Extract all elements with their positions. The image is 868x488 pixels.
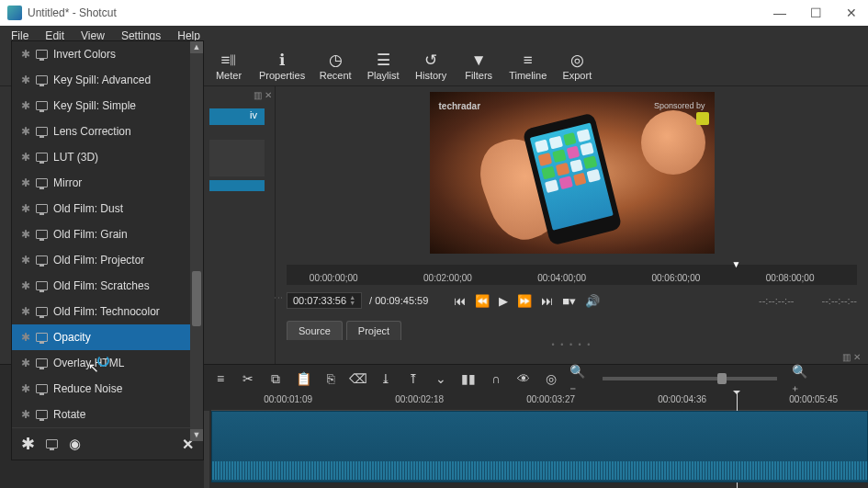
favorite-star-icon[interactable]: ✱ xyxy=(21,228,30,241)
tab-source[interactable]: Source xyxy=(287,321,343,340)
monitor-icon xyxy=(36,307,48,316)
favorite-star-icon[interactable]: ✱ xyxy=(21,305,30,318)
favorite-star-icon[interactable]: ✱ xyxy=(21,176,30,189)
toolbar-filters[interactable]: ▼Filters xyxy=(461,52,496,81)
close-button[interactable]: ✕ xyxy=(842,6,861,20)
playlist-item[interactable] xyxy=(209,140,265,176)
favorite-star-icon[interactable]: ✱ xyxy=(21,434,35,454)
filter-item-rotate[interactable]: ✱Rotate xyxy=(12,402,203,427)
fast-forward-icon[interactable]: ⏩ xyxy=(517,294,532,308)
favorite-star-icon[interactable]: ✱ xyxy=(21,125,30,138)
filter-item-old-film-scratches[interactable]: ✱Old Film: Scratches xyxy=(12,273,203,299)
filter-item-label: Mirror xyxy=(53,176,82,189)
filter-item-lut-3d-[interactable]: ✱LUT (3D) xyxy=(12,144,203,170)
copy-icon[interactable]: ⧉ xyxy=(266,369,285,388)
favorite-star-icon[interactable]: ✱ xyxy=(21,357,30,369)
favorite-star-icon[interactable]: ✱ xyxy=(21,254,30,267)
toolbar-recent[interactable]: ◷Recent xyxy=(318,52,353,81)
lift-icon[interactable]: ⤓ xyxy=(377,369,395,388)
filter-item-label: Invert Colors xyxy=(53,48,116,61)
toolbar-meter[interactable]: ≡⦀Meter xyxy=(211,52,246,81)
playlist-item-selected[interactable]: iv xyxy=(209,108,265,125)
ripple-icon[interactable]: ◎ xyxy=(542,369,560,388)
zoom-out-icon[interactable]: 🔍₋ xyxy=(569,369,588,388)
loop-icon[interactable]: ■▾ xyxy=(562,294,576,308)
volume-icon[interactable]: 🔊 xyxy=(585,294,600,308)
overwrite-icon[interactable]: ⤒ xyxy=(404,369,423,388)
scroll-up-icon[interactable]: ▲ xyxy=(190,41,203,53)
favorite-star-icon[interactable]: ✱ xyxy=(21,151,30,164)
scrub-icon[interactable]: 👁 xyxy=(514,369,533,388)
audio-filters-icon[interactable]: ◉ xyxy=(69,436,81,452)
zoom-in-icon[interactable]: 🔍₊ xyxy=(792,369,810,388)
out-point-timecode: --:--:--:-- xyxy=(822,295,857,306)
favorite-star-icon[interactable]: ✱ xyxy=(21,74,30,86)
scrollbar-thumb[interactable] xyxy=(192,271,201,326)
list-icon: ☰ xyxy=(377,52,390,68)
toolbar-export[interactable]: ◎Export xyxy=(559,52,594,81)
filter-item-label: Opacity xyxy=(53,331,91,344)
skip-end-icon[interactable]: ⏭ xyxy=(541,294,553,308)
favorite-star-icon[interactable]: ✱ xyxy=(21,279,30,292)
filter-item-lens-correction[interactable]: ✱Lens Correction xyxy=(12,119,203,144)
filter-item-mirror[interactable]: ✱Mirror xyxy=(12,170,203,196)
filter-item-old-film-projector[interactable]: ✱Old Film: Projector xyxy=(12,247,203,273)
app-icon xyxy=(7,6,22,20)
append-icon[interactable]: ⎘ xyxy=(321,369,340,388)
panel-close-icon[interactable]: ✕ xyxy=(265,90,272,100)
remove-icon[interactable]: ⌫ xyxy=(349,369,367,388)
favorite-star-icon[interactable]: ✱ xyxy=(21,331,30,344)
filter-item-old-film-dust[interactable]: ✱Old Film: Dust xyxy=(12,196,203,221)
filter-item-old-film-technocolor[interactable]: ✱Old Film: Technocolor xyxy=(12,299,203,324)
favorite-star-icon[interactable]: ✱ xyxy=(21,99,30,112)
preview-ruler[interactable]: 00:00:00;00 00:02:00;00 00:04:00;00 00:0… xyxy=(287,265,857,285)
skip-start-icon[interactable]: ⏮ xyxy=(454,294,466,308)
favorite-star-icon[interactable]: ✱ xyxy=(21,202,30,215)
panel-float-icon[interactable]: ▥ xyxy=(254,90,262,100)
zoom-slider[interactable] xyxy=(603,377,777,380)
timeline-float-icon[interactable]: ▥ xyxy=(842,352,851,362)
scroll-down-icon[interactable]: ▼ xyxy=(190,429,203,441)
filters-scrollbar[interactable]: ▲ ▼ xyxy=(190,41,203,441)
toolbar-playlist[interactable]: ☰Playlist xyxy=(366,52,400,81)
cut-icon[interactable]: ✂ xyxy=(239,369,257,388)
timeline-menu-icon[interactable]: ≡ xyxy=(211,369,230,388)
panel-splitter[interactable]: ⋮ xyxy=(274,293,284,301)
timeline-video-track[interactable] xyxy=(211,411,868,482)
tab-project[interactable]: Project xyxy=(346,321,401,340)
preview-playhead[interactable]: ▼ xyxy=(731,259,740,268)
split-icon[interactable]: ▮▮ xyxy=(459,369,478,388)
filter-item-label: Key Spill: Simple xyxy=(53,99,136,112)
ruler-tick: 00:08:00;00 xyxy=(766,273,815,283)
panel-drag-handle[interactable]: • • • • • xyxy=(276,340,868,349)
minimize-button[interactable]: — xyxy=(770,6,790,20)
rewind-icon[interactable]: ⏪ xyxy=(475,294,490,308)
chevron-down-icon[interactable]: ⌄ xyxy=(432,369,450,388)
paste-icon[interactable]: 📋 xyxy=(294,369,312,388)
video-filters-icon[interactable] xyxy=(46,439,58,448)
filter-item-label: Rotate xyxy=(53,408,85,421)
filter-item-invert-colors[interactable]: ✱Invert Colors xyxy=(12,41,203,67)
maximize-button[interactable]: ☐ xyxy=(806,6,826,20)
current-timecode[interactable]: 00:07:33:56 ▲▼ xyxy=(287,292,362,309)
playlist-item[interactable] xyxy=(209,180,265,191)
filter-item-reduce-noise[interactable]: ✱Reduce Noise xyxy=(12,376,203,402)
track-header-splitter[interactable] xyxy=(204,411,209,488)
filter-item-old-film-grain[interactable]: ✱Old Film: Grain xyxy=(12,221,203,247)
toolbar-timeline[interactable]: ≡Timeline xyxy=(509,52,547,81)
filter-item-key-spill-advanced[interactable]: ✱Key Spill: Advanced xyxy=(12,67,203,93)
timeline-close-icon[interactable]: ✕ xyxy=(853,352,861,362)
filter-item-opacity[interactable]: ✱Opacity xyxy=(12,324,203,350)
video-preview[interactable]: techradar Sponsored by xyxy=(430,92,715,254)
filter-item-overlay-html[interactable]: ✱Overlay HTML xyxy=(12,350,203,376)
timeline-ruler[interactable]: 00:00:01:09 00:00:02:18 00:00:03:27 00:0… xyxy=(211,392,868,411)
timeline-clip[interactable] xyxy=(211,411,868,482)
toolbar-properties[interactable]: ℹProperties xyxy=(259,52,305,81)
play-icon[interactable]: ▶ xyxy=(499,294,508,308)
filter-item-key-spill-simple[interactable]: ✱Key Spill: Simple xyxy=(12,93,203,119)
favorite-star-icon[interactable]: ✱ xyxy=(21,382,30,395)
toolbar-history[interactable]: ↺History xyxy=(413,52,448,81)
snap-icon[interactable]: ∩ xyxy=(487,369,505,388)
favorite-star-icon[interactable]: ✱ xyxy=(21,48,30,61)
favorite-star-icon[interactable]: ✱ xyxy=(21,408,30,421)
